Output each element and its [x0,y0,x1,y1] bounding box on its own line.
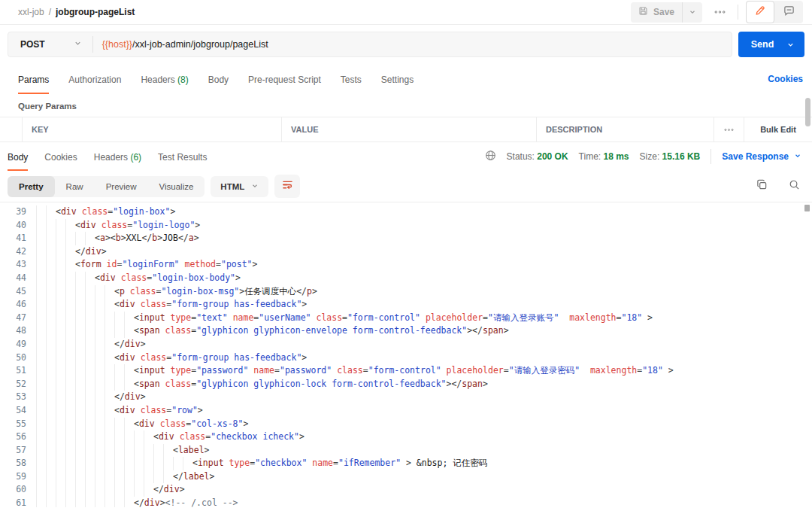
view-pretty[interactable]: Pretty [8,176,55,197]
url-variable: {{host}} [102,39,132,50]
column-header-value: VALUE [282,117,537,141]
response-meta: Status: 200 OK Time: 18 ms Size: 15.16 K… [485,149,801,164]
header-actions: Save [631,1,803,23]
row-checkbox-column[interactable] [0,117,23,141]
line-number: 48 [0,324,36,338]
request-header-bar: xxl-job / jobgroup-pageList Save [0,0,812,25]
wrap-lines-icon [282,179,293,193]
save-options-button[interactable] [682,2,702,23]
tab-pre-request-script[interactable]: Pre-request Script [248,65,321,94]
breadcrumb-request-name[interactable]: jobgroup-pageList [56,7,135,17]
response-tabs-list: BodyCookiesHeaders (6)Test Results [8,143,223,171]
request-url-row: POST {{host}}/xxl-job-admin/jobgroup/pag… [0,25,812,64]
breadcrumb: xxl-job / jobgroup-pageList [18,7,135,17]
tab-test-results[interactable]: Test Results [158,143,207,171]
tab-headers[interactable]: Headers (8) [141,65,188,94]
line-number: 53 [0,391,36,404]
response-body-code[interactable]: 39<div class="login-box">40<div class="l… [0,202,812,507]
tab-cookies[interactable]: Cookies [44,143,77,171]
send-options-button[interactable] [786,41,804,49]
view-visualize[interactable]: Visualize [148,176,205,197]
code-line-44: 44<div class="login-box-body"> [0,272,812,285]
send-button[interactable]: Send [738,39,786,50]
code-line-45: 45<p class="login-box-msg">任务调度中心</p> [0,285,812,299]
sidebar-toggle-group [746,1,803,23]
code-scrollbar[interactable] [804,205,810,211]
response-format-select[interactable]: HTML [211,176,268,197]
url-container: POST {{host}}/xxl-job-admin/jobgroup/pag… [8,32,732,57]
code-line-61: 61</div><!-- /.col --> [0,497,812,507]
search-icon[interactable] [789,179,800,193]
line-number: 50 [0,351,36,365]
wrap-lines-button[interactable] [274,175,300,198]
tab-params[interactable]: Params [18,65,49,94]
response-section-bar: BodyCookiesHeaders (6)Test Results Statu… [0,142,812,171]
tab-body[interactable]: Body [208,65,229,94]
code-line-48: 48<span class="glyphicon glyphicon-envel… [0,324,812,338]
save-response-button[interactable]: Save Response [722,151,801,162]
tab-settings[interactable]: Settings [381,65,414,94]
line-number: 41 [0,232,36,245]
params-table-header: KEY VALUE DESCRIPTION Bulk Edit [0,117,812,142]
line-number: 40 [0,219,36,233]
breadcrumb-separator: / [49,7,51,17]
comments-button[interactable] [774,1,803,23]
status-badge[interactable]: Status: 200 OK [507,151,568,162]
request-tabs-list: ParamsAuthorizationHeaders (8)BodyPre-re… [18,65,433,94]
divider [710,149,711,164]
code-line-50: 50<div class="form-group has-feedback"> [0,351,812,365]
url-path: /xxl-job-admin/jobgroup/pageList [132,39,268,50]
url-input[interactable]: {{host}}/xxl-job-admin/jobgroup/pageList [93,32,277,56]
column-header-key: KEY [23,117,282,141]
code-line-49: 49</div> [0,338,812,351]
size-badge[interactable]: Size: 15.16 KB [640,151,701,162]
line-number: 61 [0,497,36,507]
time-badge[interactable]: Time: 18 ms [579,151,629,162]
line-number: 57 [0,444,36,458]
code-line-55: 55<div class="col-xs-8"> [0,418,812,431]
toolbar-right-icons [756,179,800,193]
view-preview[interactable]: Preview [95,176,148,197]
view-raw[interactable]: Raw [55,176,95,197]
code-line-54: 54<div class="row"> [0,404,812,418]
network-globe-icon[interactable] [485,150,496,163]
params-more-options-button[interactable] [714,117,744,141]
tab-headers[interactable]: Headers (6) [94,143,141,171]
code-line-57: 57<label> [0,444,812,458]
method-select[interactable]: POST [8,32,92,56]
edit-documentation-button[interactable] [746,1,774,23]
code-line-43: 43<form id="loginForm" method="post"> [0,258,812,272]
line-number: 56 [0,430,36,444]
bulk-edit-button[interactable]: Bulk Edit [744,117,812,141]
code-line-53: 53</div> [0,391,812,404]
save-button[interactable]: Save [631,2,682,23]
chevron-down-icon [74,39,82,50]
send-split-button: Send [738,32,804,57]
response-view-switcher: PrettyRawPreviewVisualize [8,176,205,197]
tab-authorization[interactable]: Authorization [68,65,121,94]
code-line-51: 51<input type="password" name="password"… [0,364,812,378]
save-icon [638,6,648,18]
tab-body[interactable]: Body [8,143,28,171]
method-label: POST [20,39,45,50]
api-client-window: xxl-job / jobgroup-pageList Save [0,0,812,511]
params-scrollbar[interactable] [805,98,810,126]
line-number: 60 [0,483,36,497]
response-view-toolbar: PrettyRawPreviewVisualize HTML [0,171,812,202]
cookies-link[interactable]: Cookies [768,74,803,84]
line-number: 42 [0,245,36,259]
breadcrumb-collection[interactable]: xxl-job [18,7,44,17]
code-line-42: 42</div> [0,245,812,259]
chevron-down-icon [689,5,696,19]
chevron-down-icon [251,182,259,191]
chevron-down-icon [794,151,801,162]
copy-icon[interactable] [756,179,768,193]
line-number: 46 [0,298,36,312]
tab-tests[interactable]: Tests [341,65,362,94]
format-label: HTML [220,182,244,191]
save-split-button: Save [631,2,702,23]
request-tabs: ParamsAuthorizationHeaders (8)BodyPre-re… [0,64,812,94]
code-line-40: 40<div class="login-logo"> [0,219,812,233]
code-line-59: 59</label> [0,470,812,484]
more-options-button[interactable] [710,9,730,15]
